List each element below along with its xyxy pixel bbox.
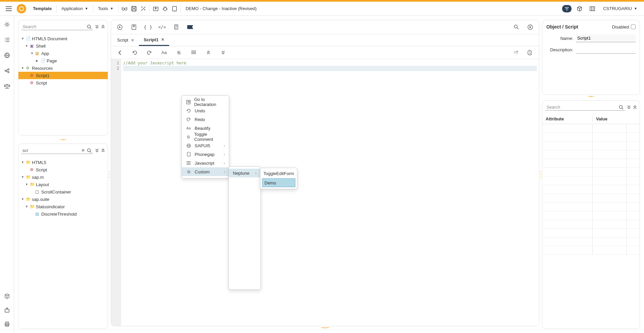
table-row[interactable] xyxy=(542,176,640,185)
tree-node-html5-document[interactable]: ▼📄HTML5 Document xyxy=(18,35,108,42)
collapse-all-icon[interactable] xyxy=(633,105,637,110)
font-size-icon[interactable]: TT xyxy=(511,48,521,57)
document-icon[interactable] xyxy=(171,22,181,32)
run-icon[interactable] xyxy=(115,22,125,32)
description-input[interactable] xyxy=(576,46,636,54)
collapse-all-icon[interactable] xyxy=(101,148,105,153)
tab-script[interactable]: Script ✕ xyxy=(112,34,139,46)
braces-icon[interactable]: { } xyxy=(143,22,153,32)
table-row[interactable] xyxy=(542,185,640,194)
close-circle-icon[interactable] xyxy=(526,22,535,32)
cm-redo[interactable]: Redo xyxy=(182,115,229,124)
expand-down-icon[interactable] xyxy=(218,48,228,57)
logo[interactable] xyxy=(17,4,26,13)
cm-sub-toggleeditform[interactable]: ToggleEditForm xyxy=(261,169,296,178)
collapse-all-icon[interactable] xyxy=(101,24,105,29)
attr-search[interactable] xyxy=(545,104,625,111)
name-input[interactable] xyxy=(576,34,636,42)
right-splitter[interactable]: ━ ▪▪▪ ━ xyxy=(542,95,640,98)
comp-sapm[interactable]: ▼📁sap.m xyxy=(18,173,108,181)
vertical-splitter-right[interactable]: ▪▪▪ xyxy=(539,16,542,333)
table-row[interactable] xyxy=(542,194,640,203)
expand-all-icon[interactable] xyxy=(95,24,99,29)
attr-search-input[interactable] xyxy=(546,105,619,110)
tree-node-script[interactable]: ⚙Script xyxy=(18,79,108,87)
expand-all-icon[interactable] xyxy=(627,105,631,110)
vertical-splitter-left[interactable]: ▪▪▪ xyxy=(108,16,111,333)
table-row[interactable] xyxy=(542,220,640,229)
clear-icon[interactable]: ✕ xyxy=(81,148,85,153)
bottom-splitter[interactable]: ━━ ▪▪▪ ━━ xyxy=(111,326,539,329)
collapse-up-icon[interactable] xyxy=(204,48,213,57)
outline-search[interactable] xyxy=(21,23,93,30)
cm-goto-declaration[interactable]: Go to Declaration xyxy=(182,98,229,106)
cm-undo[interactable]: Undo xyxy=(182,106,229,115)
flag-icon[interactable] xyxy=(186,22,195,32)
share-icon[interactable] xyxy=(2,66,12,75)
table-row[interactable] xyxy=(542,229,640,237)
cm-sub-neptune[interactable]: Neptune› xyxy=(229,169,260,177)
glasses-icon[interactable] xyxy=(120,4,129,13)
palette-icon[interactable] xyxy=(526,48,535,57)
comp-discretethreshold[interactable]: ▤DiscreteThreshold xyxy=(18,210,108,218)
cm-beautify[interactable]: AaBeautify xyxy=(182,124,229,132)
deploy-icon[interactable] xyxy=(2,306,12,315)
table-row[interactable] xyxy=(542,203,640,211)
text-case-icon[interactable]: Aa xyxy=(159,48,169,57)
components-search[interactable]: ✕ xyxy=(21,147,93,154)
table-row[interactable] xyxy=(542,211,640,220)
user-menu[interactable]: CSTRUGARIU ▼ xyxy=(600,6,640,11)
strikethrough-icon[interactable]: S xyxy=(174,48,184,57)
cm-sub-demo[interactable]: Demo xyxy=(262,178,295,187)
horizontal-splitter[interactable]: ━ ▪▪▪ ━ xyxy=(18,138,108,141)
table-row[interactable] xyxy=(542,159,640,168)
back-icon[interactable] xyxy=(115,48,125,57)
table-row[interactable] xyxy=(542,246,640,255)
scales-icon[interactable] xyxy=(2,81,12,91)
tree-node-resources[interactable]: ▼⚙Resources xyxy=(18,64,108,72)
disabled-checkbox[interactable]: Disabled xyxy=(612,24,636,30)
tab-script1[interactable]: Script1 ✕ xyxy=(139,34,169,46)
search-code-icon[interactable] xyxy=(511,22,521,32)
panels-icon[interactable] xyxy=(588,4,597,13)
cm-sapui5[interactable]: SAPUI5› xyxy=(182,141,229,150)
comp-sapsuite[interactable]: ▼📁sap.suite xyxy=(18,196,108,203)
cm-custom[interactable]: Custom› xyxy=(182,167,229,176)
magic-icon[interactable] xyxy=(139,4,148,13)
list-icon[interactable] xyxy=(2,35,12,45)
cm-javascript[interactable]: Javascript› xyxy=(182,159,229,167)
tree-node-script1[interactable]: ⚙Script1 xyxy=(18,72,108,79)
redo-icon[interactable] xyxy=(145,48,154,57)
application-menu[interactable]: Application ▼ xyxy=(58,6,92,11)
search-icon[interactable] xyxy=(87,24,92,29)
cube-icon[interactable] xyxy=(2,291,12,301)
bug-icon[interactable] xyxy=(160,4,170,13)
cm-toggle-comment[interactable]: SToggle Comment xyxy=(182,132,229,141)
globe-icon[interactable] xyxy=(2,51,12,60)
table-row[interactable] xyxy=(542,150,640,159)
search-icon[interactable] xyxy=(87,148,92,153)
table-row[interactable] xyxy=(542,237,640,246)
filter-icon[interactable] xyxy=(562,5,572,12)
gear-icon[interactable] xyxy=(2,20,12,29)
comp-html5[interactable]: ▼📁HTML5 xyxy=(18,159,108,166)
table-row[interactable] xyxy=(542,168,640,176)
menu-icon[interactable] xyxy=(4,4,13,13)
lines-icon[interactable] xyxy=(189,48,198,57)
export-icon[interactable] xyxy=(151,4,160,13)
tree-node-app[interactable]: ▼▦App xyxy=(18,50,108,57)
table-row[interactable] xyxy=(542,124,640,133)
outline-search-input[interactable] xyxy=(22,24,87,29)
tree-node-shell[interactable]: ▼▣Shell xyxy=(18,42,108,50)
expand-all-icon[interactable] xyxy=(95,148,99,153)
checkbox-icon[interactable] xyxy=(631,24,636,29)
table-row[interactable] xyxy=(542,133,640,142)
code-editor[interactable]: 1 2 //Add your Javascript here Go to Dec… xyxy=(111,59,539,326)
save-file-icon[interactable] xyxy=(129,22,139,32)
comp-scrollcontainer[interactable]: ▢ScrollContainer xyxy=(18,188,108,196)
tree-node-page[interactable]: ▶📄Page xyxy=(18,57,108,64)
comp-layout[interactable]: ▼📁Layout xyxy=(18,181,108,188)
close-icon[interactable]: ✕ xyxy=(131,38,134,43)
comp-html5-script[interactable]: ⚙Script xyxy=(18,166,108,173)
table-row[interactable] xyxy=(542,142,640,150)
